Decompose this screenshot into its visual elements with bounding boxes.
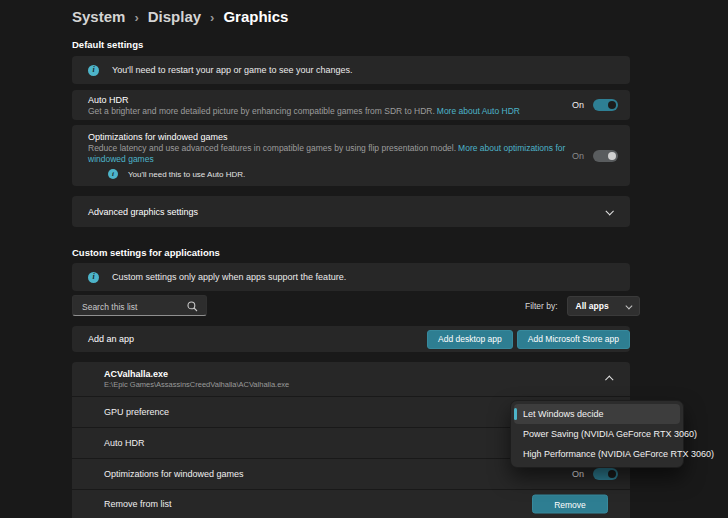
gpu-option-label: High Performance (NVIDIA GeForce RTX 306…: [523, 449, 714, 459]
windowed-optimizations-setting-card: Optimizations for windowed games Reduce …: [72, 125, 630, 186]
windowed-optimizations-note: i You'll need this to use Auto HDR.: [108, 169, 614, 179]
filter-dropdown-value: All apps: [576, 301, 609, 311]
app-auto-hdr-label: Auto HDR: [104, 438, 145, 448]
add-desktop-app-button[interactable]: Add desktop app: [427, 330, 513, 349]
breadcrumb-separator-icon: ›: [134, 9, 138, 25]
toggle-knob: [608, 470, 616, 478]
windowed-optimizations-toggle-state: On: [572, 151, 584, 161]
app-card-header[interactable]: ACValhalla.exe E:\Epic Games\AssassinsCr…: [72, 362, 630, 396]
advanced-graphics-settings-label: Advanced graphics settings: [88, 206, 198, 218]
default-settings-heading: Default settings: [72, 39, 143, 50]
add-app-buttons: Add desktop app Add Microsoft Store app: [427, 330, 630, 349]
advanced-graphics-settings-expander[interactable]: Advanced graphics settings: [72, 196, 630, 227]
selected-accent-bar: [514, 408, 517, 420]
app-windowed-optimizations-toggle[interactable]: [593, 468, 618, 480]
app-name: ACValhalla.exe: [104, 369, 289, 380]
custom-settings-heading: Custom settings for applications: [72, 247, 220, 258]
windowed-optimizations-note-text: You'll need this to use Auto HDR.: [128, 170, 245, 179]
remove-from-list-row: Remove from list Remove: [72, 490, 630, 518]
windowed-optimizations-toggle: [593, 150, 618, 162]
windowed-optimizations-title: Optimizations for windowed games: [88, 131, 614, 143]
breadcrumb: System › Display › Graphics: [72, 8, 288, 25]
gpu-preference-label: GPU preference: [104, 407, 169, 417]
auto-hdr-title: Auto HDR: [88, 94, 614, 106]
remove-from-list-label: Remove from list: [104, 499, 172, 509]
info-icon: i: [108, 169, 118, 179]
gpu-option-label: Let Windows decide: [523, 409, 604, 419]
info-icon: i: [88, 65, 99, 76]
restart-notice-bar: i You'll need to restart your app or gam…: [72, 56, 630, 84]
auto-hdr-learn-more-link[interactable]: More about Auto HDR: [437, 106, 520, 116]
add-an-app-label: Add an app: [88, 334, 134, 344]
breadcrumb-separator-icon: ›: [210, 9, 214, 25]
app-identity: ACValhalla.exe E:\Epic Games\AssassinsCr…: [104, 369, 289, 390]
remove-button[interactable]: Remove: [532, 495, 608, 514]
auto-hdr-toggle[interactable]: [593, 99, 618, 111]
app-windowed-toggle-group: On: [572, 468, 618, 480]
windowed-optimizations-toggle-group: On: [572, 150, 618, 162]
toggle-knob: [608, 152, 616, 160]
info-icon: i: [88, 272, 99, 283]
chevron-down-icon: [626, 302, 632, 308]
auto-hdr-setting-card: Auto HDR Get a brighter and more detaile…: [72, 90, 630, 120]
windowed-optimizations-description: Reduce latency and use advanced features…: [88, 143, 588, 165]
toggle-knob: [608, 101, 616, 109]
app-path: E:\Epic Games\AssassinsCreedValhalla\ACV…: [104, 380, 289, 390]
restart-notice-text: You'll need to restart your app or game …: [112, 65, 353, 75]
chevron-up-icon: [605, 375, 613, 383]
filter-by-label: Filter by:: [525, 301, 558, 311]
auto-hdr-description: Get a brighter and more detailed picture…: [88, 106, 588, 117]
custom-settings-notice-text: Custom settings only apply when apps sup…: [112, 272, 346, 282]
breadcrumb-item-graphics: Graphics: [223, 8, 288, 25]
gpu-option-power-saving[interactable]: Power Saving (NVIDIA GeForce RTX 3060): [514, 424, 680, 444]
gpu-option-high-performance[interactable]: High Performance (NVIDIA GeForce RTX 306…: [514, 444, 680, 464]
app-windowed-toggle-state: On: [572, 469, 584, 479]
breadcrumb-item-system[interactable]: System: [72, 8, 125, 25]
app-windowed-optimizations-label: Optimizations for windowed games: [104, 469, 244, 479]
search-box: [72, 295, 207, 316]
gpu-option-label: Power Saving (NVIDIA GeForce RTX 3060): [523, 429, 697, 439]
breadcrumb-item-display[interactable]: Display: [148, 8, 201, 25]
filter-dropdown[interactable]: All apps: [567, 296, 640, 316]
auto-hdr-toggle-group: On: [572, 99, 618, 111]
custom-settings-notice-bar: i Custom settings only apply when apps s…: [72, 263, 630, 291]
search-icon: [187, 301, 198, 312]
add-microsoft-store-app-button[interactable]: Add Microsoft Store app: [517, 330, 630, 349]
windowed-optimizations-description-text: Reduce latency and use advanced features…: [88, 143, 456, 153]
chevron-down-icon: [605, 207, 613, 215]
filter-group: Filter by: All apps: [525, 296, 640, 316]
add-an-app-card: Add an app Add desktop app Add Microsoft…: [72, 326, 630, 352]
gpu-preference-dropdown-menu: Let Windows decide Power Saving (NVIDIA …: [510, 400, 684, 468]
auto-hdr-description-text: Get a brighter and more detailed picture…: [88, 106, 435, 116]
gpu-option-let-windows-decide[interactable]: Let Windows decide: [514, 404, 680, 424]
auto-hdr-toggle-state: On: [572, 100, 584, 110]
